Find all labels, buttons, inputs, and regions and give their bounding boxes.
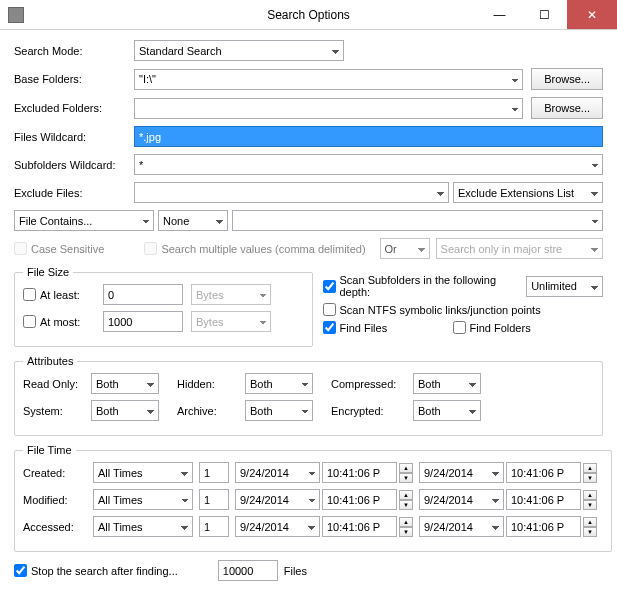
- hidden-select[interactable]: Both: [245, 373, 313, 394]
- file-time-group: File Time Created: All Times 9/24/2014 ▲…: [14, 444, 612, 552]
- system-select[interactable]: Both: [91, 400, 159, 421]
- file-size-group: File Size At least: Bytes At most: Bytes: [14, 266, 313, 347]
- accessed-date2[interactable]: 9/24/2014: [419, 516, 504, 537]
- accessed-label: Accessed:: [23, 521, 93, 533]
- created-num[interactable]: [199, 462, 229, 483]
- search-multi-box: [144, 242, 157, 255]
- scan-ntfs-check[interactable]: Scan NTFS symbolic links/junction points: [323, 303, 541, 316]
- base-folders-label: Base Folders:: [14, 73, 134, 85]
- files-label: Files: [284, 565, 307, 577]
- search-major-select: Search only in major stre: [436, 238, 603, 259]
- modified-date2[interactable]: 9/24/2014: [419, 489, 504, 510]
- created-mode-select[interactable]: All Times: [93, 462, 193, 483]
- attributes-group: Attributes Read Only: Both Hidden: Both …: [14, 355, 603, 436]
- minimize-button[interactable]: —: [477, 0, 522, 29]
- excluded-folders-combo[interactable]: [134, 98, 523, 119]
- none-select[interactable]: None: [158, 210, 228, 231]
- modified-label: Modified:: [23, 494, 93, 506]
- at-most-check[interactable]: At most:: [23, 315, 103, 328]
- read-only-label: Read Only:: [23, 378, 91, 390]
- or-select: Or: [380, 238, 430, 259]
- at-least-value: [103, 284, 183, 305]
- subfolders-wildcard-combo[interactable]: *: [134, 154, 603, 175]
- files-wildcard-label: Files Wildcard:: [14, 131, 134, 143]
- created-label: Created:: [23, 467, 93, 479]
- exclude-files-label: Exclude Files:: [14, 187, 134, 199]
- modified-date1[interactable]: 9/24/2014: [235, 489, 320, 510]
- at-least-unit: Bytes: [191, 284, 271, 305]
- file-time-legend: File Time: [23, 444, 76, 456]
- find-folders-check[interactable]: Find Folders: [453, 321, 531, 334]
- hidden-label: Hidden:: [177, 378, 245, 390]
- app-icon: [8, 7, 24, 23]
- find-files-check[interactable]: Find Files: [323, 321, 453, 334]
- titlebar: Search Options — ☐ ✕: [0, 0, 617, 30]
- modified-time1[interactable]: [322, 489, 397, 510]
- created-date1[interactable]: 9/24/2014: [235, 462, 320, 483]
- accessed-time2[interactable]: [506, 516, 581, 537]
- search-mode-label: Search Mode:: [14, 45, 134, 57]
- window-title: Search Options: [267, 8, 350, 22]
- encrypted-select[interactable]: Both: [413, 400, 481, 421]
- archive-label: Archive:: [177, 405, 245, 417]
- browse-excluded-button[interactable]: Browse...: [531, 97, 603, 119]
- contains-value-combo[interactable]: [232, 210, 603, 231]
- file-size-legend: File Size: [23, 266, 73, 278]
- spinner-icon[interactable]: ▲▼: [399, 517, 413, 537]
- at-most-value: [103, 311, 183, 332]
- created-time1[interactable]: [322, 462, 397, 483]
- compressed-label: Compressed:: [331, 378, 413, 390]
- search-multi-check: Search multiple values (comma delimited): [144, 242, 365, 255]
- attributes-legend: Attributes: [23, 355, 77, 367]
- accessed-time1[interactable]: [322, 516, 397, 537]
- stop-after-check[interactable]: Stop the search after finding...: [14, 564, 178, 577]
- case-sensitive-check: Case Sensitive: [14, 242, 104, 255]
- compressed-select[interactable]: Both: [413, 373, 481, 394]
- excluded-folders-label: Excluded Folders:: [14, 102, 134, 114]
- stop-count-input[interactable]: [218, 560, 278, 581]
- modified-num[interactable]: [199, 489, 229, 510]
- exclude-files-combo[interactable]: [134, 182, 449, 203]
- modified-time2[interactable]: [506, 489, 581, 510]
- created-time2[interactable]: [506, 462, 581, 483]
- modified-mode-select[interactable]: All Times: [93, 489, 193, 510]
- case-sensitive-box: [14, 242, 27, 255]
- system-label: System:: [23, 405, 91, 417]
- spinner-icon[interactable]: ▲▼: [583, 490, 597, 510]
- at-least-check[interactable]: At least:: [23, 288, 103, 301]
- spinner-icon[interactable]: ▲▼: [399, 490, 413, 510]
- spinner-icon[interactable]: ▲▼: [583, 517, 597, 537]
- maximize-button[interactable]: ☐: [522, 0, 567, 29]
- accessed-mode-select[interactable]: All Times: [93, 516, 193, 537]
- scan-subfolders-check[interactable]: Scan Subfolders in the following depth:: [323, 274, 519, 298]
- accessed-num[interactable]: [199, 516, 229, 537]
- file-contains-select[interactable]: File Contains...: [14, 210, 154, 231]
- close-window-button[interactable]: ✕: [567, 0, 617, 29]
- spinner-icon[interactable]: ▲▼: [583, 463, 597, 483]
- spinner-icon[interactable]: ▲▼: [399, 463, 413, 483]
- browse-base-button[interactable]: Browse...: [531, 68, 603, 90]
- accessed-date1[interactable]: 9/24/2014: [235, 516, 320, 537]
- encrypted-label: Encrypted:: [331, 405, 413, 417]
- at-most-unit: Bytes: [191, 311, 271, 332]
- read-only-select[interactable]: Both: [91, 373, 159, 394]
- depth-select[interactable]: Unlimited: [526, 276, 603, 297]
- archive-select[interactable]: Both: [245, 400, 313, 421]
- base-folders-combo[interactable]: "I:\": [134, 69, 523, 90]
- created-date2[interactable]: 9/24/2014: [419, 462, 504, 483]
- files-wildcard-combo[interactable]: *.jpg: [134, 126, 603, 147]
- subfolders-wildcard-label: Subfolders Wildcard:: [14, 159, 134, 171]
- exclude-ext-list-select[interactable]: Exclude Extensions List: [453, 182, 603, 203]
- search-mode-select[interactable]: Standard Search: [134, 40, 344, 61]
